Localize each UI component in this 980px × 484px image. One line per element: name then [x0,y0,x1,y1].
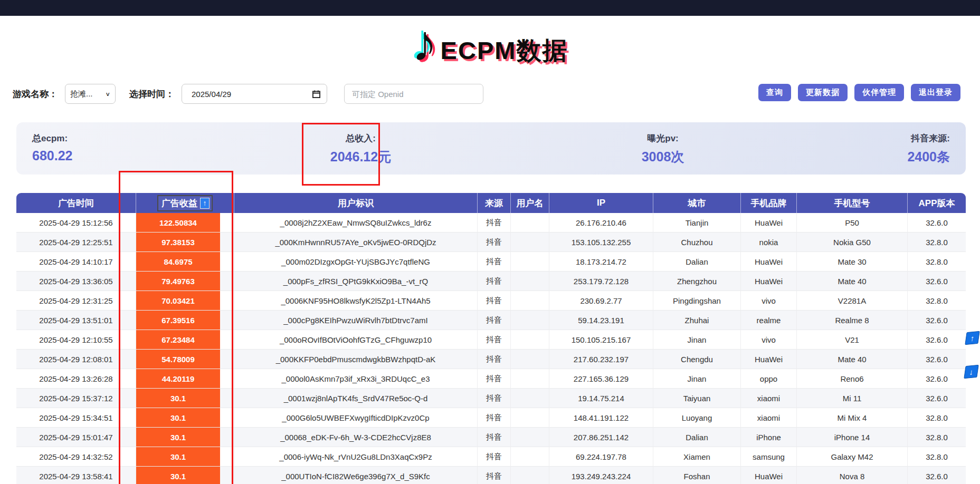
cell-phone-brand: samsung [741,447,797,467]
table-row: 2025-04-29 13:26:2844.20119_000ol0AsKmn7… [16,369,966,389]
cell-user-id: _000G6lo5UWBEFXwygIfticdDIpKzvz0Cp [234,408,478,428]
revenue-badge: 79.49763 [136,272,220,291]
chevron-down-icon: ∨ [105,91,110,97]
cell-app-version: 32.6.0 [908,467,966,484]
cell-ad-revenue: 30.1 [136,408,234,428]
cell-app-version: 32.6.0 [908,311,966,330]
cell-city: Foshan [653,467,741,484]
col-source: 来源 [478,193,511,213]
cell-source: 抖音 [478,311,511,330]
cell-city: Dalian [653,428,741,447]
revenue-badge: 44.20119 [136,369,220,388]
cell-ip: 18.173.214.72 [549,252,653,272]
cell-phone-model: Mate 40 [797,350,908,369]
scroll-up-button[interactable]: ↑ [965,331,979,345]
cell-city: Taiyuan [653,389,741,408]
scroll-down-button[interactable]: ↓ [964,365,978,379]
cell-phone-model: iPhone 14 [797,428,908,447]
cell-username [511,311,549,330]
partner-manage-button[interactable]: 伙伴管理 [854,84,904,101]
cell-app-version: 32.8.0 [908,447,966,467]
col-username: 用户名 [511,193,549,213]
cell-ad-revenue: 30.1 [136,389,234,408]
cell-city: Jinan [653,369,741,389]
table-row: 2025-04-29 12:10:5567.23484_000oROvIfBOt… [16,330,966,350]
cell-ad-time: 2025-04-29 12:10:55 [16,330,136,350]
table-row: 2025-04-29 12:08:0154.78009_000KKFP0ebdP… [16,350,966,369]
date-input[interactable]: 2025/04/29 [182,84,327,104]
revenue-sort-control[interactable]: 广告收益 ↑ [157,195,213,211]
cell-phone-model: Nova 8 [797,467,908,484]
cell-ad-time: 2025-04-29 12:08:01 [16,350,136,369]
revenue-badge: 30.1 [136,447,220,466]
stat-total-income: 总收入: 2046.12元 [312,132,410,166]
cell-user-id: _000ol0AsKmn7p3if_xRx3i_3RDUqcC_e3 [234,369,478,389]
cell-source: 抖音 [478,428,511,447]
table-row: 2025-04-29 13:51:0167.39516_000cPg8KEIhP… [16,311,966,330]
table-row: 2025-04-29 13:58:4130.1_000UTIoN-fCI82We… [16,467,966,484]
cell-phone-model: V21 [797,330,908,350]
table-row: 2025-04-29 14:10:1784.6975_000m02DIzgxOp… [16,252,966,272]
col-phone-brand: 手机品牌 [741,193,797,213]
query-button[interactable]: 查询 [758,84,791,101]
cell-source: 抖音 [478,233,511,252]
revenue-badge: 67.23484 [136,330,220,349]
cell-app-version: 32.6.0 [908,213,966,233]
cell-city: Jinan [653,330,741,350]
cell-source: 抖音 [478,252,511,272]
cell-phone-model: Mate 30 [797,252,908,272]
cell-ad-revenue: 54.78009 [136,350,234,369]
stats-bar: 总ecpm: 680.22 总收入: 2046.12元 曝光pv: 3008次 … [16,122,966,175]
cell-ad-time: 2025-04-29 12:31:25 [16,291,136,311]
calendar-icon[interactable] [312,90,320,98]
cell-phone-model: Mi Mix 4 [797,408,908,428]
cell-user-id: _000oROvIfBOtViOohfGTzG_CFhguwzp10 [234,330,478,350]
cell-phone-brand: HuaWei [741,350,797,369]
cell-phone-brand: HuaWei [741,272,797,291]
page-title: ECPM数据 [441,34,568,67]
sort-asc-icon[interactable]: ↑ [200,198,210,209]
update-data-button[interactable]: 更新数据 [798,84,848,101]
revenue-badge: 122.50834 [136,213,220,232]
cell-user-id: _000m02DIzgxOpGt-YUjSBGJYc7qtfleNG [234,252,478,272]
revenue-badge: 30.1 [136,389,220,408]
cell-ad-time: 2025-04-29 13:26:28 [16,369,136,389]
cell-user-id: _0006KNF95HO8lkwsfyK2l5Zp1-LTN4Ah5 [234,291,478,311]
filter-row: 游戏名称： 抢滩... ∨ 选择时间： 2025/04/29 [13,83,483,104]
cell-source: 抖音 [478,389,511,408]
cell-user-id: _0008j2hZ2XEaw_NmwSQ8uIZwkcs_ldr6z [234,213,478,233]
cell-phone-model: Mate 40 [797,272,908,291]
cell-app-version: 32.8.0 [908,408,966,428]
cell-city: Zhengzhou [653,272,741,291]
col-ad-revenue-label: 广告收益 [161,197,197,209]
cell-ip: 26.176.210.46 [549,213,653,233]
col-phone-model: 手机型号 [797,193,908,213]
stat-value: 2400条 [907,148,950,166]
game-select[interactable]: 抢滩... ∨ [65,84,116,104]
cell-username [511,408,549,428]
table-row: 2025-04-29 14:32:5230.1_0006-iyWq-Nk_rVn… [16,447,966,467]
cell-source: 抖音 [478,467,511,484]
tiktok-note-icon: ♪ [412,18,437,69]
table-row: 2025-04-29 15:01:4730.1_00068_eDK-Fv-6h_… [16,428,966,447]
cell-city: Dalian [653,252,741,272]
cell-city: Xiamen [653,447,741,467]
table-header-row: 广告时间 广告收益 ↑ 用户标识 来源 用户名 IP 城市 手机品牌 手机型号 … [16,193,966,213]
openid-input[interactable] [344,84,483,104]
logout-button[interactable]: 退出登录 [911,84,960,101]
cell-ad-revenue: 84.6975 [136,252,234,272]
cell-app-version: 32.8.0 [908,428,966,447]
col-ip: IP [549,193,653,213]
date-value: 2025/04/29 [192,90,231,99]
revenue-badge: 97.38153 [136,233,220,251]
stat-label: 总收入: [312,132,410,144]
cell-source: 抖音 [478,330,511,350]
cell-phone-model: Mi 11 [797,389,908,408]
cell-ad-revenue: 70.03421 [136,291,234,311]
cell-user-id: _000UTIoN-fCI82We6ge396g7X_d_S9Kfc [234,467,478,484]
cell-phone-brand: HuaWei [741,213,797,233]
cell-username [511,369,549,389]
cell-source: 抖音 [478,408,511,428]
date-label: 选择时间： [129,88,174,100]
cell-username [511,252,549,272]
